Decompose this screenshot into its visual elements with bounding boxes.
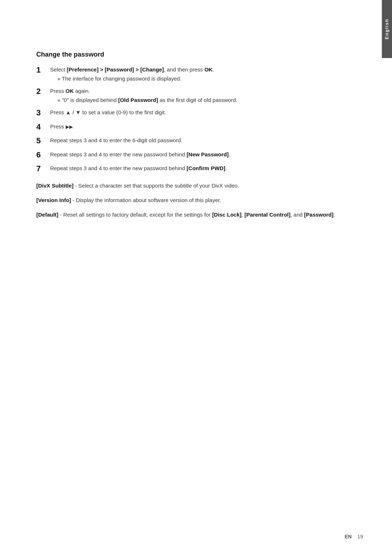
side-tab-label: English — [384, 19, 389, 39]
step-1-number: 1 — [36, 65, 50, 75]
step-1-sub: The interface for changing password is d… — [50, 75, 345, 83]
step-3-content: Press ▲ / ▼ to set a value (0-9) to the … — [50, 108, 345, 117]
step-7: 7 Repeat steps 3 and 4 to enter the new … — [36, 164, 345, 174]
step-7-bold1: [Confirm PWD] — [187, 165, 225, 171]
version-info-label: [Version Info] — [36, 197, 71, 203]
step-7-number: 7 — [36, 164, 50, 174]
step-2-bold2: [Old Password] — [118, 97, 158, 103]
step-5: 5 Repeat steps 3 and 4 to enter the 6-di… — [36, 136, 345, 146]
step-2-bold1: OK — [66, 88, 74, 94]
page-footer: EN 19 — [344, 534, 363, 539]
section-heading: Change the password — [36, 51, 345, 58]
step-1-content: Select [Preference] > [Password] > [Chan… — [50, 65, 345, 83]
main-content: Change the password 1 Select [Preference… — [29, 29, 363, 219]
step-4-number: 4 — [36, 122, 50, 132]
step-2-number: 2 — [36, 86, 50, 97]
step-4-ff-symbol: ▶▶ — [66, 124, 73, 130]
step-6-number: 6 — [36, 150, 50, 160]
page-number: 19 — [357, 534, 363, 539]
info-divx-subtitle: [DivX Subtitle] - Select a character set… — [36, 181, 345, 190]
step-3: 3 Press ▲ / ▼ to set a value (0-9) to th… — [36, 108, 345, 118]
default-label: [Default] — [36, 212, 58, 218]
divx-subtitle-label: [DivX Subtitle] — [36, 182, 74, 189]
default-password: [Password] — [304, 212, 334, 218]
step-1-bold2: OK — [204, 66, 213, 73]
step-1: 1 Select [Preference] > [Password] > [Ch… — [36, 65, 345, 83]
page-container: English Change the password 1 Select [Pr… — [0, 0, 392, 554]
step-2-sub: "0" is displayed behind [Old Password] a… — [50, 96, 345, 104]
step-7-content: Repeat steps 3 and 4 to enter the new pa… — [50, 164, 345, 173]
info-default: [Default] - Reset all settings to factor… — [36, 210, 345, 219]
step-6: 6 Repeat steps 3 and 4 to enter the new … — [36, 150, 345, 160]
step-6-content: Repeat steps 3 and 4 to enter the new pa… — [50, 150, 345, 159]
step-4: 4 Press ▶▶. — [36, 122, 345, 132]
info-version-info: [Version Info] - Display the information… — [36, 196, 345, 205]
default-disc-lock: [Disc Lock] — [212, 212, 241, 218]
step-2-content: Press OK again. "0" is displayed behind … — [50, 86, 345, 104]
step-5-number: 5 — [36, 136, 50, 146]
step-5-content: Repeat steps 3 and 4 to enter the 6-digi… — [50, 136, 345, 145]
side-tab: English — [382, 0, 392, 58]
steps-list: 1 Select [Preference] > [Password] > [Ch… — [36, 65, 345, 174]
step-2: 2 Press OK again. "0" is displayed behin… — [36, 86, 345, 104]
step-1-bold1: [Preference] > [Password] > [Change] — [67, 66, 164, 73]
step-3-number: 3 — [36, 108, 50, 118]
default-parental-control: [Parental Control] — [245, 212, 291, 218]
step-6-bold1: [New Password] — [187, 151, 229, 157]
footer-en-label: EN — [344, 534, 351, 539]
step-4-content: Press ▶▶. — [50, 122, 345, 131]
